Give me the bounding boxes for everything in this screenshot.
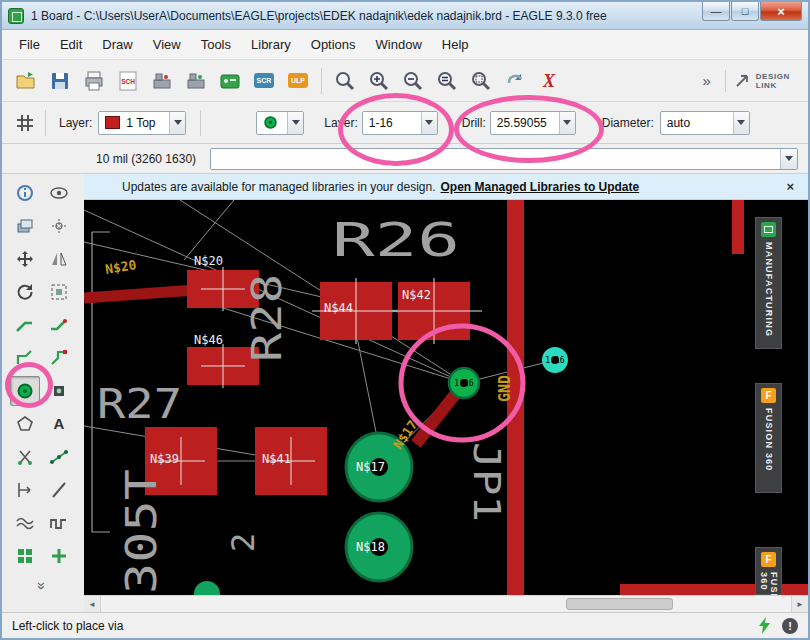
palette-expander-button[interactable]: » [34, 574, 50, 598]
menu-edit[interactable]: Edit [51, 33, 91, 56]
zoom-in-button[interactable] [363, 65, 395, 97]
minimize-button[interactable]: — [702, 2, 730, 21]
add-tool[interactable] [44, 541, 74, 571]
parameter-toolbar: Layer: 1 Top Layer: 1-16 Drill: 25.59055… [2, 102, 808, 144]
rotate-tool[interactable] [10, 277, 40, 307]
open-managed-libraries-link[interactable]: Open Managed Libraries to Update [441, 180, 640, 194]
open-schematic-button[interactable]: SCH [112, 65, 144, 97]
command-input[interactable] [211, 149, 780, 169]
maximize-button[interactable]: □ [731, 2, 759, 21]
layer-select[interactable]: 1 Top [98, 111, 186, 135]
route-tool[interactable] [10, 310, 40, 340]
open-button[interactable] [10, 65, 42, 97]
pad-label-n42: N$42 [402, 288, 431, 302]
board-button[interactable] [214, 65, 246, 97]
pad-icon [49, 381, 69, 401]
diameter-label: Diameter: [602, 116, 654, 130]
toolbar-separator [200, 110, 201, 136]
route-follow-tool[interactable] [44, 310, 74, 340]
dropdown-arrow-icon [733, 112, 749, 134]
split-tool[interactable] [10, 442, 40, 472]
wire-tool[interactable] [10, 343, 40, 373]
optimize-tool[interactable] [44, 442, 74, 472]
notification-close-icon[interactable]: × [782, 179, 798, 194]
scroll-handle[interactable] [566, 598, 673, 610]
polygon-tool[interactable] [10, 409, 40, 439]
ratsnest-tool[interactable] [10, 508, 40, 538]
zoom-exact-button[interactable] [431, 65, 463, 97]
run-ulp-button[interactable]: ULP [282, 65, 314, 97]
run-script-button[interactable]: SCR [248, 65, 280, 97]
tab-fusion-360[interactable]: F FUSION 360 [755, 383, 782, 493]
menubar: File Edit Draw View Tools Library Option… [2, 30, 808, 60]
cam-processor-button[interactable] [146, 65, 178, 97]
ripup-tool[interactable] [44, 343, 74, 373]
grid-icon [15, 113, 35, 133]
save-button[interactable] [44, 65, 76, 97]
info-tool[interactable] [10, 178, 40, 208]
mark-tool[interactable] [44, 211, 74, 241]
optimize-icon [49, 447, 69, 467]
meander-tool[interactable] [44, 508, 74, 538]
toolbar-overflow-button[interactable]: » [696, 72, 716, 89]
menu-file[interactable]: File [10, 33, 49, 56]
scroll-left-icon[interactable]: ◄ [84, 596, 101, 612]
rotate-icon [15, 282, 35, 302]
scroll-right-icon[interactable]: ► [791, 596, 808, 612]
menu-options[interactable]: Options [302, 33, 365, 56]
redraw-button[interactable] [499, 65, 531, 97]
pad-tool[interactable] [44, 376, 74, 406]
mirror-tool[interactable] [44, 244, 74, 274]
svg-text:X: X [542, 71, 556, 91]
ulp-badge-icon: ULP [288, 73, 308, 88]
lightning-icon[interactable] [757, 617, 772, 634]
measure-tool[interactable] [10, 475, 40, 505]
grid-dots-tool[interactable] [10, 541, 40, 571]
menu-view[interactable]: View [144, 33, 190, 56]
diameter-select[interactable]: auto [660, 111, 750, 135]
line-tool[interactable] [44, 475, 74, 505]
zoom-out-button[interactable] [397, 65, 429, 97]
slash-icon [49, 480, 69, 500]
board-canvas[interactable]: R26 R28 R27 JP1 2 305T N$20 N$46 N$44 N$… [84, 200, 808, 595]
menu-help[interactable]: Help [433, 33, 478, 56]
display-layers-tool[interactable] [10, 211, 40, 241]
print-button[interactable] [78, 65, 110, 97]
zoom-select-button[interactable] [465, 65, 497, 97]
via-layer-select[interactable]: 1-16 [362, 111, 438, 135]
design-link-button[interactable]: DESIGN LINK [725, 70, 800, 92]
error-badge[interactable]: ! [782, 618, 798, 634]
label-r26: R26 [332, 213, 460, 267]
label-2: 2 [224, 533, 262, 552]
diameter-value: auto [667, 116, 690, 130]
menu-draw[interactable]: Draw [93, 33, 141, 56]
coordinate-bar: 10 mil (3260 1630) [2, 144, 808, 174]
menu-library[interactable]: Library [242, 33, 300, 56]
text-tool[interactable]: A [44, 409, 74, 439]
move-tool[interactable] [10, 244, 40, 274]
toolbar-separator [45, 110, 46, 136]
via-shape-select[interactable] [256, 111, 304, 135]
tab-fusion-360-partial[interactable]: F FUSION 360 [755, 547, 782, 595]
menu-window[interactable]: Window [367, 33, 431, 56]
close-button[interactable]: × [760, 2, 802, 21]
group-tool[interactable] [44, 277, 74, 307]
crosshair-icon [49, 216, 69, 236]
tab-fusion-label: FUSION 360 [764, 408, 774, 472]
manufacturing-icon [761, 222, 776, 237]
via-tool[interactable] [10, 376, 40, 406]
layer-color-swatch [105, 116, 120, 129]
tab-manufacturing[interactable]: MANUFACTURING [755, 217, 782, 349]
scroll-track[interactable] [101, 596, 791, 612]
stop-button[interactable]: X [533, 65, 565, 97]
via-tool-icon [15, 381, 35, 401]
zoom-fit-button[interactable] [329, 65, 361, 97]
drill-combo[interactable]: 25.59055 [490, 111, 576, 135]
show-tool[interactable] [44, 178, 74, 208]
dropdown-arrow-icon[interactable] [780, 149, 797, 169]
horizontal-scrollbar[interactable]: ◄ ► [84, 595, 808, 612]
grid-button[interactable] [10, 108, 40, 138]
generate-cam-button[interactable] [180, 65, 212, 97]
menu-tools[interactable]: Tools [192, 33, 240, 56]
titlebar: 1 Board - C:\Users\UserA\Documents\EAGLE… [2, 2, 808, 30]
